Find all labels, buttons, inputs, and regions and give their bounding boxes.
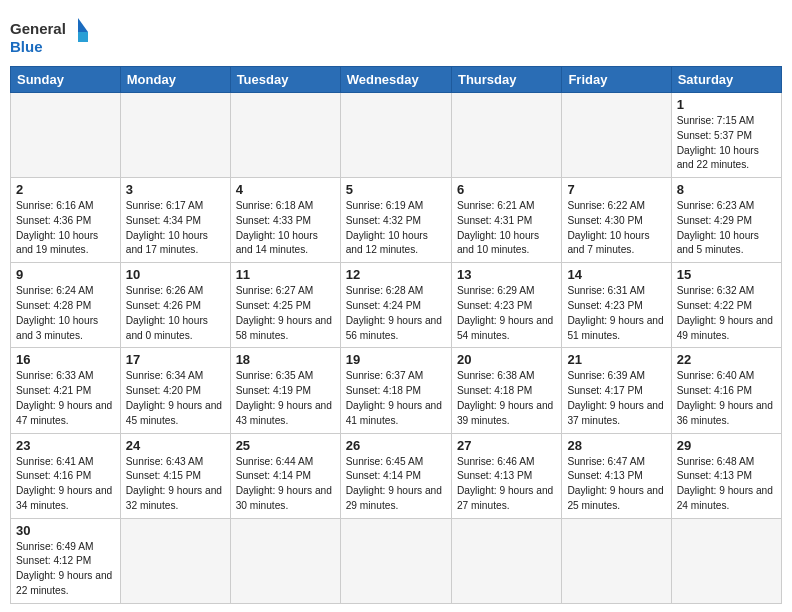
day-info: Sunrise: 6:40 AMSunset: 4:16 PMDaylight:… xyxy=(677,369,776,428)
day-number: 30 xyxy=(16,523,115,538)
day-number: 20 xyxy=(457,352,556,367)
day-info: Sunrise: 6:19 AMSunset: 4:32 PMDaylight:… xyxy=(346,199,446,258)
day-number: 9 xyxy=(16,267,115,282)
calendar-cell: 10Sunrise: 6:26 AMSunset: 4:26 PMDayligh… xyxy=(120,263,230,348)
day-number: 11 xyxy=(236,267,335,282)
week-row-1: 1Sunrise: 7:15 AMSunset: 5:37 PMDaylight… xyxy=(11,93,782,178)
calendar-cell: 6Sunrise: 6:21 AMSunset: 4:31 PMDaylight… xyxy=(451,178,561,263)
day-info: Sunrise: 6:24 AMSunset: 4:28 PMDaylight:… xyxy=(16,284,115,343)
day-info: Sunrise: 6:32 AMSunset: 4:22 PMDaylight:… xyxy=(677,284,776,343)
day-number: 23 xyxy=(16,438,115,453)
day-number: 1 xyxy=(677,97,776,112)
day-info: Sunrise: 6:44 AMSunset: 4:14 PMDaylight:… xyxy=(236,455,335,514)
svg-text:Blue: Blue xyxy=(10,38,43,55)
calendar-cell: 11Sunrise: 6:27 AMSunset: 4:25 PMDayligh… xyxy=(230,263,340,348)
day-number: 2 xyxy=(16,182,115,197)
day-number: 16 xyxy=(16,352,115,367)
day-number: 29 xyxy=(677,438,776,453)
calendar-cell xyxy=(671,518,781,603)
day-number: 3 xyxy=(126,182,225,197)
day-number: 21 xyxy=(567,352,665,367)
calendar-cell: 20Sunrise: 6:38 AMSunset: 4:18 PMDayligh… xyxy=(451,348,561,433)
calendar-cell: 27Sunrise: 6:46 AMSunset: 4:13 PMDayligh… xyxy=(451,433,561,518)
day-info: Sunrise: 6:41 AMSunset: 4:16 PMDaylight:… xyxy=(16,455,115,514)
day-info: Sunrise: 6:28 AMSunset: 4:24 PMDaylight:… xyxy=(346,284,446,343)
calendar-cell: 2Sunrise: 6:16 AMSunset: 4:36 PMDaylight… xyxy=(11,178,121,263)
logo: General Blue xyxy=(10,16,90,60)
col-header-tuesday: Tuesday xyxy=(230,67,340,93)
day-number: 25 xyxy=(236,438,335,453)
calendar-table: SundayMondayTuesdayWednesdayThursdayFrid… xyxy=(10,66,782,604)
day-info: Sunrise: 6:27 AMSunset: 4:25 PMDaylight:… xyxy=(236,284,335,343)
calendar-cell xyxy=(230,93,340,178)
day-info: Sunrise: 6:43 AMSunset: 4:15 PMDaylight:… xyxy=(126,455,225,514)
calendar-cell: 28Sunrise: 6:47 AMSunset: 4:13 PMDayligh… xyxy=(562,433,671,518)
svg-text:General: General xyxy=(10,20,66,37)
day-number: 15 xyxy=(677,267,776,282)
calendar-cell: 15Sunrise: 6:32 AMSunset: 4:22 PMDayligh… xyxy=(671,263,781,348)
calendar-cell xyxy=(230,518,340,603)
calendar-cell xyxy=(340,93,451,178)
week-row-5: 23Sunrise: 6:41 AMSunset: 4:16 PMDayligh… xyxy=(11,433,782,518)
day-number: 27 xyxy=(457,438,556,453)
day-number: 12 xyxy=(346,267,446,282)
calendar-cell: 9Sunrise: 6:24 AMSunset: 4:28 PMDaylight… xyxy=(11,263,121,348)
svg-marker-3 xyxy=(78,32,88,42)
day-info: Sunrise: 6:31 AMSunset: 4:23 PMDaylight:… xyxy=(567,284,665,343)
week-row-3: 9Sunrise: 6:24 AMSunset: 4:28 PMDaylight… xyxy=(11,263,782,348)
calendar-cell: 17Sunrise: 6:34 AMSunset: 4:20 PMDayligh… xyxy=(120,348,230,433)
day-info: Sunrise: 6:29 AMSunset: 4:23 PMDaylight:… xyxy=(457,284,556,343)
calendar-cell xyxy=(120,518,230,603)
col-header-friday: Friday xyxy=(562,67,671,93)
day-number: 10 xyxy=(126,267,225,282)
calendar-cell xyxy=(451,518,561,603)
day-info: Sunrise: 6:16 AMSunset: 4:36 PMDaylight:… xyxy=(16,199,115,258)
day-info: Sunrise: 6:33 AMSunset: 4:21 PMDaylight:… xyxy=(16,369,115,428)
col-header-saturday: Saturday xyxy=(671,67,781,93)
calendar-cell: 16Sunrise: 6:33 AMSunset: 4:21 PMDayligh… xyxy=(11,348,121,433)
day-number: 5 xyxy=(346,182,446,197)
day-info: Sunrise: 6:46 AMSunset: 4:13 PMDaylight:… xyxy=(457,455,556,514)
day-info: Sunrise: 6:38 AMSunset: 4:18 PMDaylight:… xyxy=(457,369,556,428)
calendar-cell xyxy=(451,93,561,178)
calendar-cell: 22Sunrise: 6:40 AMSunset: 4:16 PMDayligh… xyxy=(671,348,781,433)
calendar-cell: 18Sunrise: 6:35 AMSunset: 4:19 PMDayligh… xyxy=(230,348,340,433)
week-row-6: 30Sunrise: 6:49 AMSunset: 4:12 PMDayligh… xyxy=(11,518,782,603)
day-number: 14 xyxy=(567,267,665,282)
day-number: 28 xyxy=(567,438,665,453)
svg-marker-2 xyxy=(78,18,88,32)
day-number: 13 xyxy=(457,267,556,282)
calendar-cell: 25Sunrise: 6:44 AMSunset: 4:14 PMDayligh… xyxy=(230,433,340,518)
calendar-cell: 4Sunrise: 6:18 AMSunset: 4:33 PMDaylight… xyxy=(230,178,340,263)
day-info: Sunrise: 6:26 AMSunset: 4:26 PMDaylight:… xyxy=(126,284,225,343)
day-number: 22 xyxy=(677,352,776,367)
day-info: Sunrise: 6:37 AMSunset: 4:18 PMDaylight:… xyxy=(346,369,446,428)
day-info: Sunrise: 6:18 AMSunset: 4:33 PMDaylight:… xyxy=(236,199,335,258)
calendar-cell: 12Sunrise: 6:28 AMSunset: 4:24 PMDayligh… xyxy=(340,263,451,348)
day-info: Sunrise: 6:22 AMSunset: 4:30 PMDaylight:… xyxy=(567,199,665,258)
day-number: 17 xyxy=(126,352,225,367)
col-header-sunday: Sunday xyxy=(11,67,121,93)
col-header-wednesday: Wednesday xyxy=(340,67,451,93)
col-header-thursday: Thursday xyxy=(451,67,561,93)
day-info: Sunrise: 6:47 AMSunset: 4:13 PMDaylight:… xyxy=(567,455,665,514)
calendar-cell xyxy=(340,518,451,603)
day-number: 26 xyxy=(346,438,446,453)
calendar-cell xyxy=(562,93,671,178)
day-info: Sunrise: 6:39 AMSunset: 4:17 PMDaylight:… xyxy=(567,369,665,428)
calendar-cell: 19Sunrise: 6:37 AMSunset: 4:18 PMDayligh… xyxy=(340,348,451,433)
week-row-2: 2Sunrise: 6:16 AMSunset: 4:36 PMDaylight… xyxy=(11,178,782,263)
day-number: 6 xyxy=(457,182,556,197)
day-number: 7 xyxy=(567,182,665,197)
calendar-cell: 26Sunrise: 6:45 AMSunset: 4:14 PMDayligh… xyxy=(340,433,451,518)
calendar-cell: 24Sunrise: 6:43 AMSunset: 4:15 PMDayligh… xyxy=(120,433,230,518)
week-row-4: 16Sunrise: 6:33 AMSunset: 4:21 PMDayligh… xyxy=(11,348,782,433)
day-info: Sunrise: 6:17 AMSunset: 4:34 PMDaylight:… xyxy=(126,199,225,258)
calendar-cell: 7Sunrise: 6:22 AMSunset: 4:30 PMDaylight… xyxy=(562,178,671,263)
day-info: Sunrise: 6:23 AMSunset: 4:29 PMDaylight:… xyxy=(677,199,776,258)
calendar-cell: 14Sunrise: 6:31 AMSunset: 4:23 PMDayligh… xyxy=(562,263,671,348)
day-number: 24 xyxy=(126,438,225,453)
calendar-cell: 30Sunrise: 6:49 AMSunset: 4:12 PMDayligh… xyxy=(11,518,121,603)
calendar-cell xyxy=(120,93,230,178)
calendar-cell xyxy=(11,93,121,178)
